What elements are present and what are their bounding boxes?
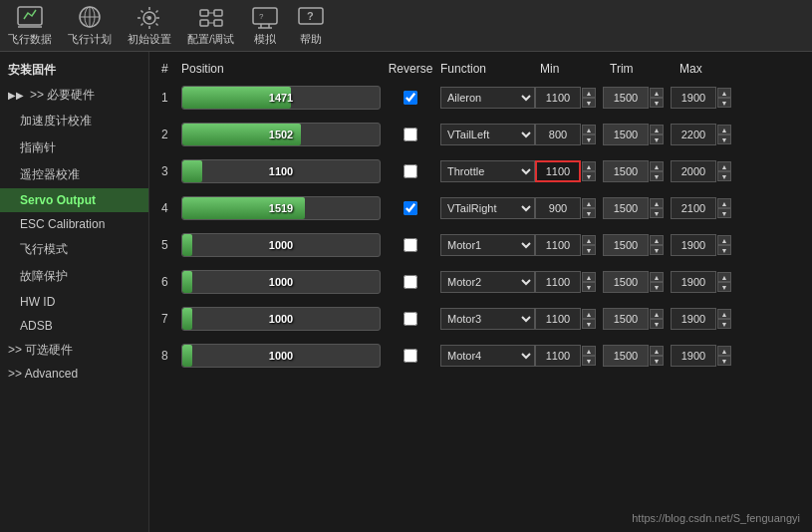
sidebar-item-adsb[interactable]: ADSB bbox=[0, 314, 148, 338]
trim-down-arrow[interactable]: ▼ bbox=[650, 282, 664, 292]
max-up-arrow[interactable]: ▲ bbox=[717, 125, 731, 134]
min-up-arrow[interactable]: ▲ bbox=[582, 346, 596, 356]
toolbar-flight-data[interactable]: 飞行数据 bbox=[8, 4, 52, 47]
min-down-arrow[interactable]: ▼ bbox=[582, 245, 596, 255]
reverse-checkbox[interactable] bbox=[404, 164, 417, 178]
max-input[interactable] bbox=[671, 345, 716, 367]
function-select[interactable]: DisabledRCPassThruAileronElevatorRudderT… bbox=[440, 160, 535, 182]
sidebar-item-compass[interactable]: 指南针 bbox=[0, 134, 148, 161]
sidebar-item-accel-cal[interactable]: 加速度计校准 bbox=[0, 108, 148, 134]
trim-input[interactable] bbox=[603, 124, 649, 145]
min-input[interactable] bbox=[535, 124, 581, 145]
max-input[interactable] bbox=[671, 271, 716, 293]
sidebar-item-flight-modes[interactable]: 飞行模式 bbox=[0, 236, 148, 263]
function-select[interactable]: DisabledRCPassThruAileronElevatorRudderT… bbox=[440, 124, 535, 145]
max-up-arrow[interactable]: ▲ bbox=[717, 198, 731, 208]
reverse-checkbox[interactable] bbox=[404, 201, 417, 215]
reverse-checkbox[interactable] bbox=[404, 91, 417, 105]
max-up-arrow[interactable]: ▲ bbox=[717, 272, 731, 282]
max-up-arrow[interactable]: ▲ bbox=[717, 88, 731, 98]
trim-input[interactable] bbox=[603, 345, 649, 367]
min-down-arrow[interactable]: ▼ bbox=[582, 282, 596, 292]
function-select[interactable]: DisabledRCPassThruAileronElevatorRudderT… bbox=[440, 87, 535, 109]
max-input[interactable] bbox=[671, 160, 716, 182]
min-down-arrow[interactable]: ▼ bbox=[582, 134, 596, 144]
function-select[interactable]: DisabledRCPassThruAileronElevatorRudderT… bbox=[440, 308, 535, 330]
min-input[interactable] bbox=[535, 197, 581, 219]
trim-input[interactable] bbox=[603, 308, 649, 330]
min-input[interactable] bbox=[535, 160, 581, 182]
max-down-arrow[interactable]: ▼ bbox=[717, 319, 731, 329]
optional-hardware-section[interactable]: >> 可选硬件 bbox=[0, 338, 148, 363]
reverse-checkbox[interactable] bbox=[404, 128, 417, 141]
trim-input[interactable] bbox=[603, 160, 649, 182]
max-input[interactable] bbox=[671, 308, 716, 330]
sidebar-item-servo-output[interactable]: Servo Output bbox=[0, 188, 148, 212]
trim-up-arrow[interactable]: ▲ bbox=[650, 272, 664, 282]
max-input[interactable] bbox=[671, 197, 716, 219]
trim-input[interactable] bbox=[603, 197, 649, 219]
trim-up-arrow[interactable]: ▲ bbox=[650, 198, 664, 208]
max-down-arrow[interactable]: ▼ bbox=[717, 282, 731, 292]
max-up-arrow[interactable]: ▲ bbox=[717, 235, 731, 245]
max-up-arrow[interactable]: ▲ bbox=[717, 309, 731, 319]
max-down-arrow[interactable]: ▼ bbox=[717, 245, 731, 255]
sidebar-item-failsafe[interactable]: 故障保护 bbox=[0, 263, 148, 290]
reverse-checkbox[interactable] bbox=[404, 312, 417, 326]
trim-down-arrow[interactable]: ▼ bbox=[650, 245, 664, 255]
trim-up-arrow[interactable]: ▲ bbox=[650, 125, 664, 134]
advanced-section[interactable]: >> Advanced bbox=[0, 363, 148, 385]
min-input[interactable] bbox=[535, 271, 581, 293]
min-up-arrow[interactable]: ▲ bbox=[582, 272, 596, 282]
max-input[interactable] bbox=[671, 234, 716, 256]
function-select[interactable]: DisabledRCPassThruAileronElevatorRudderT… bbox=[440, 271, 535, 293]
trim-down-arrow[interactable]: ▼ bbox=[650, 319, 664, 329]
function-select[interactable]: DisabledRCPassThruAileronElevatorRudderT… bbox=[440, 234, 535, 256]
min-down-arrow[interactable]: ▼ bbox=[582, 356, 596, 366]
min-down-arrow[interactable]: ▼ bbox=[582, 208, 596, 218]
trim-down-arrow[interactable]: ▼ bbox=[650, 98, 664, 108]
min-input[interactable] bbox=[535, 308, 581, 330]
max-up-arrow[interactable]: ▲ bbox=[717, 346, 731, 356]
required-hardware-section[interactable]: ▶▶ >> 必要硬件 bbox=[0, 83, 148, 108]
min-down-arrow[interactable]: ▼ bbox=[582, 171, 596, 181]
min-input[interactable] bbox=[535, 87, 581, 109]
trim-input[interactable] bbox=[603, 234, 649, 256]
max-down-arrow[interactable]: ▼ bbox=[717, 98, 731, 108]
function-select[interactable]: DisabledRCPassThruAileronElevatorRudderT… bbox=[440, 197, 535, 219]
reverse-checkbox[interactable] bbox=[404, 238, 417, 252]
min-input[interactable] bbox=[535, 345, 581, 367]
max-up-arrow[interactable]: ▲ bbox=[717, 161, 731, 171]
trim-down-arrow[interactable]: ▼ bbox=[650, 208, 664, 218]
trim-up-arrow[interactable]: ▲ bbox=[650, 309, 664, 319]
toolbar-simulation[interactable]: ? 模拟 bbox=[250, 4, 280, 47]
toolbar-flight-plan[interactable]: 飞行计划 bbox=[68, 4, 112, 47]
trim-input[interactable] bbox=[603, 87, 649, 109]
min-up-arrow[interactable]: ▲ bbox=[582, 235, 596, 245]
max-input[interactable] bbox=[671, 124, 716, 145]
sidebar-item-esc-cal[interactable]: ESC Calibration bbox=[0, 212, 148, 236]
trim-up-arrow[interactable]: ▲ bbox=[650, 346, 664, 356]
min-input[interactable] bbox=[535, 234, 581, 256]
max-down-arrow[interactable]: ▼ bbox=[717, 208, 731, 218]
sidebar-item-rc-cal[interactable]: 遥控器校准 bbox=[0, 161, 148, 188]
toolbar-config[interactable]: 配置/调试 bbox=[187, 4, 234, 47]
min-up-arrow[interactable]: ▲ bbox=[582, 198, 596, 208]
trim-up-arrow[interactable]: ▲ bbox=[650, 161, 664, 171]
min-down-arrow[interactable]: ▼ bbox=[582, 319, 596, 329]
min-down-arrow[interactable]: ▼ bbox=[582, 98, 596, 108]
max-down-arrow[interactable]: ▼ bbox=[717, 171, 731, 181]
trim-down-arrow[interactable]: ▼ bbox=[650, 134, 664, 144]
max-input[interactable] bbox=[671, 87, 716, 109]
min-up-arrow[interactable]: ▲ bbox=[582, 161, 596, 171]
trim-input[interactable] bbox=[603, 271, 649, 293]
trim-down-arrow[interactable]: ▼ bbox=[650, 171, 664, 181]
min-up-arrow[interactable]: ▲ bbox=[582, 88, 596, 98]
trim-up-arrow[interactable]: ▲ bbox=[650, 235, 664, 245]
sidebar-item-hw-id[interactable]: HW ID bbox=[0, 290, 148, 314]
min-up-arrow[interactable]: ▲ bbox=[582, 309, 596, 319]
max-down-arrow[interactable]: ▼ bbox=[717, 356, 731, 366]
min-up-arrow[interactable]: ▲ bbox=[582, 125, 596, 134]
reverse-checkbox[interactable] bbox=[404, 349, 417, 363]
toolbar-help[interactable]: ? 帮助 bbox=[296, 4, 326, 47]
